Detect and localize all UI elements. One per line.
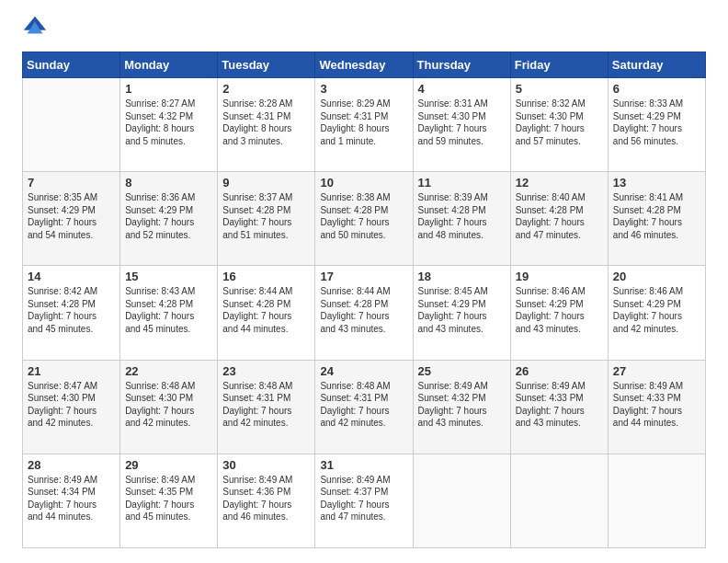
calendar-table: SundayMondayTuesdayWednesdayThursdayFrid… [22, 52, 706, 548]
calendar-cell: 18Sunrise: 8:45 AM Sunset: 4:29 PM Dayli… [413, 266, 510, 360]
calendar-cell: 22Sunrise: 8:48 AM Sunset: 4:30 PM Dayli… [120, 360, 218, 454]
day-info: Sunrise: 8:36 AM Sunset: 4:29 PM Dayligh… [125, 191, 212, 241]
page: SundayMondayTuesdayWednesdayThursdayFrid… [0, 0, 728, 563]
day-info: Sunrise: 8:44 AM Sunset: 4:28 PM Dayligh… [222, 285, 310, 335]
weekday-header: Wednesday [315, 52, 413, 78]
day-info: Sunrise: 8:37 AM Sunset: 4:28 PM Dayligh… [222, 191, 310, 241]
day-number: 2 [222, 82, 310, 96]
day-info: Sunrise: 8:27 AM Sunset: 4:32 PM Dayligh… [125, 98, 212, 147]
calendar-cell: 2Sunrise: 8:28 AM Sunset: 4:31 PM Daylig… [218, 78, 315, 172]
day-info: Sunrise: 8:44 AM Sunset: 4:28 PM Dayligh… [320, 285, 407, 335]
day-number: 8 [125, 176, 212, 190]
calendar-cell: 16Sunrise: 8:44 AM Sunset: 4:28 PM Dayli… [218, 266, 315, 360]
calendar-cell: 25Sunrise: 8:49 AM Sunset: 4:32 PM Dayli… [413, 360, 510, 454]
day-number: 1 [125, 82, 212, 96]
calendar-cell: 24Sunrise: 8:48 AM Sunset: 4:31 PM Dayli… [315, 360, 413, 454]
day-number: 14 [28, 270, 115, 283]
day-number: 15 [125, 270, 212, 283]
day-number: 5 [516, 82, 603, 96]
weekday-header: Tuesday [218, 52, 315, 78]
calendar-cell: 14Sunrise: 8:42 AM Sunset: 4:28 PM Dayli… [23, 266, 120, 360]
day-number: 24 [320, 364, 407, 378]
day-info: Sunrise: 8:33 AM Sunset: 4:29 PM Dayligh… [613, 98, 700, 147]
day-info: Sunrise: 8:49 AM Sunset: 4:37 PM Dayligh… [320, 474, 407, 523]
day-info: Sunrise: 8:49 AM Sunset: 4:33 PM Dayligh… [516, 380, 603, 430]
weekday-header: Monday [120, 52, 218, 78]
calendar-cell: 30Sunrise: 8:49 AM Sunset: 4:36 PM Dayli… [218, 454, 315, 547]
calendar-cell: 20Sunrise: 8:46 AM Sunset: 4:29 PM Dayli… [608, 266, 705, 360]
calendar-cell: 21Sunrise: 8:47 AM Sunset: 4:30 PM Dayli… [23, 360, 120, 454]
day-info: Sunrise: 8:45 AM Sunset: 4:29 PM Dayligh… [418, 285, 506, 335]
day-info: Sunrise: 8:38 AM Sunset: 4:28 PM Dayligh… [320, 191, 407, 241]
calendar-cell [608, 454, 705, 547]
calendar-cell [413, 454, 510, 547]
day-info: Sunrise: 8:49 AM Sunset: 4:35 PM Dayligh… [125, 474, 212, 523]
day-number: 25 [418, 364, 506, 378]
day-number: 19 [516, 270, 603, 283]
day-info: Sunrise: 8:35 AM Sunset: 4:29 PM Dayligh… [28, 191, 115, 241]
day-info: Sunrise: 8:47 AM Sunset: 4:30 PM Dayligh… [28, 380, 115, 430]
calendar-cell: 15Sunrise: 8:43 AM Sunset: 4:28 PM Dayli… [120, 266, 218, 360]
calendar-cell: 31Sunrise: 8:49 AM Sunset: 4:37 PM Dayli… [315, 454, 413, 547]
calendar-cell [510, 454, 608, 547]
day-number: 29 [125, 458, 212, 472]
logo [22, 18, 51, 40]
day-info: Sunrise: 8:42 AM Sunset: 4:28 PM Dayligh… [28, 285, 115, 335]
day-number: 16 [222, 270, 310, 283]
day-number: 9 [222, 176, 310, 190]
day-info: Sunrise: 8:31 AM Sunset: 4:30 PM Dayligh… [418, 98, 506, 147]
calendar-cell: 5Sunrise: 8:32 AM Sunset: 4:30 PM Daylig… [510, 78, 608, 172]
day-number: 28 [28, 458, 115, 472]
weekday-header: Saturday [608, 52, 705, 78]
day-number: 23 [222, 364, 310, 378]
day-info: Sunrise: 8:32 AM Sunset: 4:30 PM Dayligh… [516, 98, 603, 147]
day-info: Sunrise: 8:48 AM Sunset: 4:31 PM Dayligh… [222, 380, 310, 430]
day-number: 18 [418, 270, 506, 283]
calendar-cell: 28Sunrise: 8:49 AM Sunset: 4:34 PM Dayli… [23, 454, 120, 547]
day-number: 13 [613, 176, 700, 190]
day-number: 20 [613, 270, 700, 283]
calendar-cell: 6Sunrise: 8:33 AM Sunset: 4:29 PM Daylig… [608, 78, 705, 172]
calendar-cell: 27Sunrise: 8:49 AM Sunset: 4:33 PM Dayli… [608, 360, 705, 454]
calendar-cell: 26Sunrise: 8:49 AM Sunset: 4:33 PM Dayli… [510, 360, 608, 454]
day-info: Sunrise: 8:41 AM Sunset: 4:28 PM Dayligh… [613, 191, 700, 241]
day-number: 12 [516, 176, 603, 190]
day-number: 7 [28, 176, 115, 190]
day-number: 17 [320, 270, 407, 283]
calendar-cell: 3Sunrise: 8:29 AM Sunset: 4:31 PM Daylig… [315, 78, 413, 172]
day-info: Sunrise: 8:49 AM Sunset: 4:32 PM Dayligh… [418, 380, 506, 430]
calendar-cell: 17Sunrise: 8:44 AM Sunset: 4:28 PM Dayli… [315, 266, 413, 360]
day-number: 6 [613, 82, 700, 96]
day-info: Sunrise: 8:43 AM Sunset: 4:28 PM Dayligh… [125, 285, 212, 335]
day-info: Sunrise: 8:46 AM Sunset: 4:29 PM Dayligh… [613, 285, 700, 335]
day-info: Sunrise: 8:39 AM Sunset: 4:28 PM Dayligh… [418, 191, 506, 241]
calendar-cell: 8Sunrise: 8:36 AM Sunset: 4:29 PM Daylig… [120, 172, 218, 266]
day-info: Sunrise: 8:49 AM Sunset: 4:33 PM Dayligh… [613, 380, 700, 430]
day-number: 11 [418, 176, 506, 190]
calendar-cell: 10Sunrise: 8:38 AM Sunset: 4:28 PM Dayli… [315, 172, 413, 266]
day-number: 30 [222, 458, 310, 472]
header [22, 18, 706, 40]
day-number: 4 [418, 82, 506, 96]
calendar-cell: 23Sunrise: 8:48 AM Sunset: 4:31 PM Dayli… [218, 360, 315, 454]
day-number: 3 [320, 82, 407, 96]
calendar-cell: 12Sunrise: 8:40 AM Sunset: 4:28 PM Dayli… [510, 172, 608, 266]
calendar-cell: 1Sunrise: 8:27 AM Sunset: 4:32 PM Daylig… [120, 78, 218, 172]
day-number: 31 [320, 458, 407, 472]
day-number: 22 [125, 364, 212, 378]
day-info: Sunrise: 8:49 AM Sunset: 4:36 PM Dayligh… [222, 474, 310, 523]
calendar-cell: 19Sunrise: 8:46 AM Sunset: 4:29 PM Dayli… [510, 266, 608, 360]
day-number: 21 [28, 364, 115, 378]
day-info: Sunrise: 8:49 AM Sunset: 4:34 PM Dayligh… [28, 474, 115, 523]
calendar-cell: 9Sunrise: 8:37 AM Sunset: 4:28 PM Daylig… [218, 172, 315, 266]
calendar-cell: 4Sunrise: 8:31 AM Sunset: 4:30 PM Daylig… [413, 78, 510, 172]
day-number: 26 [516, 364, 603, 378]
logo-icon [22, 15, 48, 40]
day-info: Sunrise: 8:46 AM Sunset: 4:29 PM Dayligh… [516, 285, 603, 335]
weekday-header: Sunday [23, 52, 120, 78]
day-info: Sunrise: 8:48 AM Sunset: 4:31 PM Dayligh… [320, 380, 407, 430]
day-info: Sunrise: 8:29 AM Sunset: 4:31 PM Dayligh… [320, 98, 407, 147]
calendar-cell: 13Sunrise: 8:41 AM Sunset: 4:28 PM Dayli… [608, 172, 705, 266]
day-number: 27 [613, 364, 700, 378]
calendar-cell: 29Sunrise: 8:49 AM Sunset: 4:35 PM Dayli… [120, 454, 218, 547]
